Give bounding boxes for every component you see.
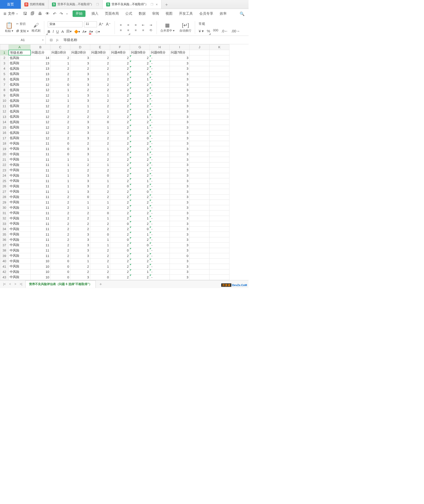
cell[interactable]: 2: [110, 173, 130, 178]
currency-icon[interactable]: ¥ ▾: [199, 29, 204, 33]
cell[interactable]: [190, 221, 210, 227]
cell[interactable]: -: [150, 232, 170, 237]
cell[interactable]: 3: [70, 253, 90, 259]
cell[interactable]: [190, 82, 210, 88]
row-header[interactable]: 2: [0, 55, 9, 61]
cell[interactable]: -: [150, 200, 170, 205]
ribbon-tab-eff[interactable]: 效率: [219, 10, 227, 17]
cell[interactable]: [210, 119, 229, 125]
cell[interactable]: -: [150, 119, 170, 125]
cell[interactable]: 11: [31, 221, 50, 227]
merge-button[interactable]: 合并居中 ▾: [160, 29, 174, 33]
row-header[interactable]: 4: [0, 66, 9, 71]
cell[interactable]: [190, 103, 210, 109]
cell[interactable]: 问题5得分: [130, 50, 150, 55]
cell[interactable]: 2: [90, 151, 110, 157]
cell[interactable]: 11: [31, 248, 50, 253]
cell[interactable]: 0: [130, 136, 150, 141]
cell[interactable]: -: [150, 151, 170, 157]
cell[interactable]: 3: [70, 130, 90, 136]
cell[interactable]: [210, 87, 229, 93]
cell[interactable]: -: [150, 258, 170, 264]
cell[interactable]: 2: [130, 66, 150, 71]
align-center-icon[interactable]: ≡: [126, 28, 131, 32]
cell[interactable]: [210, 269, 229, 275]
cell[interactable]: 1: [90, 243, 110, 248]
name-box[interactable]: A1: [0, 36, 46, 44]
cell[interactable]: 2: [110, 269, 130, 275]
cell[interactable]: [190, 50, 210, 55]
row-header[interactable]: 42: [0, 269, 9, 275]
cell[interactable]: [210, 50, 229, 55]
sheet-prev-icon[interactable]: <: [8, 282, 12, 286]
cell[interactable]: 2: [50, 248, 70, 253]
cell[interactable]: 10: [31, 269, 50, 275]
row-header[interactable]: 25: [0, 178, 9, 184]
cell[interactable]: 11: [31, 237, 50, 243]
underline-button[interactable]: U: [56, 30, 59, 34]
cell[interactable]: 3: [170, 216, 190, 221]
cell[interactable]: 中风险: [9, 178, 31, 184]
row-header[interactable]: 13: [0, 114, 9, 120]
row-header[interactable]: 41: [0, 264, 9, 269]
cell[interactable]: 2: [90, 189, 110, 195]
cell[interactable]: [190, 264, 210, 269]
cell[interactable]: 1: [130, 178, 150, 184]
row-header[interactable]: 16: [0, 130, 9, 136]
cell[interactable]: 13: [31, 71, 50, 77]
cell[interactable]: 2: [90, 205, 110, 210]
cell[interactable]: 13: [31, 77, 50, 82]
cell[interactable]: 3: [70, 71, 90, 77]
ribbon-tab-view[interactable]: 视图: [165, 10, 173, 17]
cell[interactable]: 低风险: [9, 114, 31, 120]
cell[interactable]: [210, 93, 229, 98]
border-button[interactable]: 田▾: [66, 29, 72, 34]
cell[interactable]: 10: [31, 258, 50, 264]
cell[interactable]: -: [150, 66, 170, 71]
group-launcher-icon[interactable]: ◢: [128, 32, 130, 35]
cell[interactable]: 2: [110, 93, 130, 98]
cell[interactable]: 2: [110, 55, 130, 61]
cell[interactable]: 2: [110, 136, 130, 141]
cell[interactable]: 2: [110, 275, 130, 280]
cell[interactable]: [210, 200, 229, 205]
cell[interactable]: 2: [50, 103, 70, 109]
cell[interactable]: 2: [130, 146, 150, 152]
cell[interactable]: -: [150, 141, 170, 146]
cell[interactable]: [210, 226, 229, 232]
cell[interactable]: 问题总分: [31, 50, 50, 55]
row-header[interactable]: 43: [0, 275, 9, 280]
cell[interactable]: 2: [90, 168, 110, 173]
cell[interactable]: 0: [50, 146, 70, 152]
cell[interactable]: 12: [31, 136, 50, 141]
cell[interactable]: [190, 232, 210, 237]
cell[interactable]: 3: [170, 194, 190, 200]
cell[interactable]: 等级名称: [9, 50, 31, 55]
cell[interactable]: 2: [110, 114, 130, 120]
cell[interactable]: -: [150, 216, 170, 221]
cell[interactable]: 13: [31, 66, 50, 71]
orientation-icon[interactable]: ⟲: [148, 28, 153, 32]
row-header[interactable]: 23: [0, 168, 9, 173]
cell[interactable]: 2: [130, 55, 150, 61]
cell[interactable]: [210, 232, 229, 237]
cell[interactable]: 3: [70, 93, 90, 98]
cell[interactable]: 2: [110, 162, 130, 168]
cell[interactable]: 2: [90, 103, 110, 109]
cell[interactable]: -: [150, 210, 170, 216]
cell[interactable]: [190, 141, 210, 146]
cell[interactable]: 1: [130, 216, 150, 221]
cell[interactable]: [210, 162, 229, 168]
cell[interactable]: 低风险: [9, 61, 31, 66]
cell[interactable]: [210, 114, 229, 120]
row-header[interactable]: 29: [0, 200, 9, 205]
column-header[interactable]: K: [210, 45, 229, 50]
font-name-select[interactable]: 宋体: [48, 21, 83, 27]
decrease-decimal-icon[interactable]: .0←: [221, 29, 228, 33]
cell[interactable]: -: [150, 103, 170, 109]
cell[interactable]: 2: [50, 221, 70, 227]
cell[interactable]: 2: [50, 205, 70, 210]
cell[interactable]: [210, 77, 229, 82]
row-header[interactable]: 15: [0, 125, 9, 130]
cell[interactable]: 2: [90, 98, 110, 103]
